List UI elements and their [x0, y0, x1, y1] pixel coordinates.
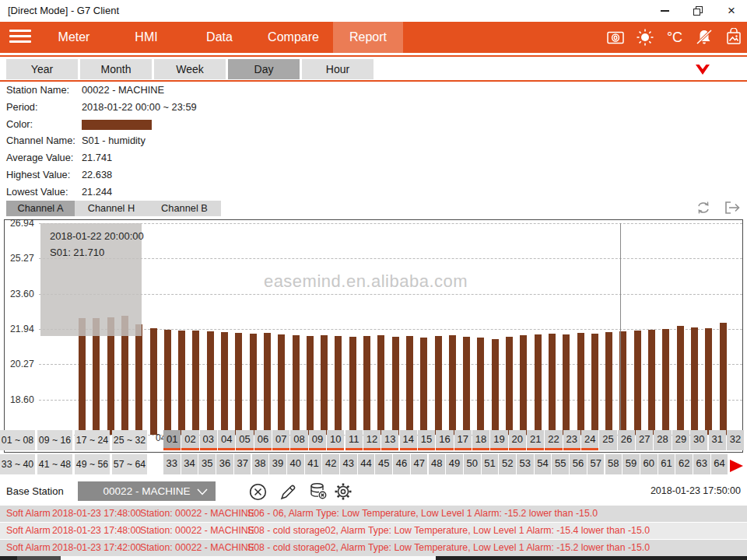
xaxis-cell-35[interactable]: 35: [198, 454, 216, 474]
xaxis-cell-46[interactable]: 46: [393, 454, 410, 474]
chart-bar-31[interactable]: [506, 337, 513, 435]
chart-bar-36[interactable]: [577, 333, 584, 435]
xaxis-cell-34[interactable]: 34: [181, 454, 198, 474]
xaxis-cell-52[interactable]: 52: [499, 454, 516, 474]
xaxis-cell-29[interactable]: 29: [672, 430, 689, 450]
range-button-09~16[interactable]: 09 ~ 16: [37, 430, 72, 450]
xaxis-cell-03[interactable]: 03: [200, 430, 217, 450]
xaxis-cell-30[interactable]: 30: [690, 430, 707, 450]
xaxis-cell-20[interactable]: 20: [509, 430, 526, 450]
chart-bar-37[interactable]: [591, 334, 598, 435]
chart-bar-30[interactable]: [492, 339, 499, 435]
xaxis-cell-42[interactable]: 42: [322, 454, 339, 474]
chart-bar-15[interactable]: [278, 334, 285, 435]
xaxis-cell-64[interactable]: 64: [711, 454, 728, 474]
xaxis-cell-31[interactable]: 31: [709, 430, 726, 450]
chart-bar-11[interactable]: [221, 332, 228, 435]
xaxis-cell-16[interactable]: 16: [436, 430, 453, 450]
chart-bar-32[interactable]: [520, 335, 527, 435]
chart-bar-16[interactable]: [293, 335, 300, 435]
station-select-dropdown[interactable]: 00022 - MACHINE: [78, 481, 216, 501]
chart-bar-22[interactable]: [377, 335, 384, 435]
xaxis-cell-22[interactable]: 22: [545, 430, 562, 450]
xaxis-cell-04[interactable]: 04: [218, 430, 235, 450]
xaxis-cell-18[interactable]: 18: [472, 430, 489, 450]
maximize-button[interactable]: [686, 0, 710, 22]
xaxis-cell-44[interactable]: 44: [358, 454, 375, 474]
xaxis-cell-53[interactable]: 53: [517, 454, 534, 474]
chart-bar-17[interactable]: [307, 336, 314, 435]
refresh-icon[interactable]: [695, 200, 712, 219]
chart-bar-40[interactable]: [634, 331, 641, 435]
xaxis-cell-12[interactable]: 12: [363, 430, 381, 450]
period-tab-month[interactable]: Month: [80, 59, 152, 79]
scrollbar-track-right[interactable]: [436, 556, 747, 560]
settings-gear-icon[interactable]: [333, 481, 353, 502]
range-button-49~56[interactable]: 49 ~ 56: [75, 454, 110, 474]
scrollbar-left-button[interactable]: [0, 556, 17, 560]
nav-item-report[interactable]: Report: [333, 22, 403, 53]
xaxis-cell-55[interactable]: 55: [552, 454, 569, 474]
chart-bar-38[interactable]: [605, 332, 612, 435]
xaxis-cell-10[interactable]: 10: [327, 430, 344, 450]
scroll-down-arrow-icon[interactable]: [695, 63, 710, 79]
xaxis-cell-21[interactable]: 21: [527, 430, 544, 450]
chart-bar-9[interactable]: [192, 331, 199, 435]
chart-bar-14[interactable]: [264, 333, 271, 435]
edit-pencil-icon[interactable]: [278, 481, 298, 502]
hamburger-menu-icon[interactable]: [9, 30, 31, 44]
xaxis-cell-51[interactable]: 51: [482, 454, 499, 474]
channel-tab-channel-h[interactable]: Channel H: [75, 201, 148, 216]
xaxis-cell-62[interactable]: 62: [675, 454, 693, 474]
xaxis-cell-49[interactable]: 49: [446, 454, 463, 474]
database-delete-icon[interactable]: [308, 481, 328, 502]
xaxis-cell-08[interactable]: 08: [290, 430, 307, 450]
xaxis-cell-38[interactable]: 38: [252, 454, 269, 474]
xaxis-cell-54[interactable]: 54: [535, 454, 552, 474]
range-button-17~24[interactable]: 17 ~ 24: [75, 430, 110, 450]
channel-tab-channel-a[interactable]: Channel A: [6, 201, 75, 216]
xaxis-cell-26[interactable]: 26: [618, 430, 635, 450]
xaxis-cell-27[interactable]: 27: [636, 430, 653, 450]
xaxis-cell-43[interactable]: 43: [340, 454, 357, 474]
alarm-mute-icon[interactable]: [689, 22, 719, 53]
xaxis-cell-47[interactable]: 47: [411, 454, 428, 474]
channel-tab-channel-b[interactable]: Channel B: [148, 201, 221, 216]
xaxis-cell-61[interactable]: 61: [658, 454, 675, 474]
close-button[interactable]: ×: [719, 0, 744, 22]
period-tab-year[interactable]: Year: [6, 59, 78, 79]
xaxis-cell-32[interactable]: 32: [727, 430, 744, 450]
chart-bar-23[interactable]: [392, 337, 399, 435]
xaxis-cell-15[interactable]: 15: [418, 430, 435, 450]
export-icon[interactable]: [724, 200, 741, 219]
range-button-25~32[interactable]: 25 ~ 32: [112, 430, 147, 450]
alarm-row-2[interactable]: Soft Alarm2018-01-23 17:48:00Station: 00…: [0, 523, 747, 539]
xaxis-cell-45[interactable]: 45: [375, 454, 392, 474]
chart-bar-8[interactable]: [178, 331, 185, 435]
scrollbar-thumb[interactable]: [61, 556, 436, 560]
xaxis-cell-02[interactable]: 02: [181, 430, 198, 450]
chart-bar-21[interactable]: [363, 336, 370, 435]
scrollbar-track-left[interactable]: [17, 556, 61, 560]
xaxis-cell-01[interactable]: 01: [163, 430, 181, 450]
xaxis-cell-14[interactable]: 14: [400, 430, 417, 450]
xaxis-cell-63[interactable]: 63: [693, 454, 710, 474]
xaxis-cell-50[interactable]: 50: [464, 454, 481, 474]
nav-item-meter[interactable]: Meter: [39, 22, 109, 53]
period-tab-hour[interactable]: Hour: [302, 59, 374, 79]
xaxis-cell-41[interactable]: 41: [305, 454, 322, 474]
xaxis-cell-58[interactable]: 58: [605, 454, 622, 474]
camera-icon[interactable]: [601, 22, 630, 53]
range-button-41~48[interactable]: 41 ~ 48: [37, 454, 72, 474]
xaxis-cell-17[interactable]: 17: [454, 430, 472, 450]
range-button-33~40[interactable]: 33 ~ 40: [0, 454, 35, 474]
snapshot-icon[interactable]: [719, 22, 747, 53]
period-tab-week[interactable]: Week: [154, 59, 226, 79]
chart-bar-6[interactable]: [150, 328, 157, 435]
xaxis-cell-06[interactable]: 06: [254, 430, 272, 450]
range-button-57~64[interactable]: 57 ~ 64: [112, 454, 147, 474]
chart-bar-25[interactable]: [420, 338, 427, 435]
xaxis-cell-28[interactable]: 28: [654, 430, 671, 450]
nav-item-data[interactable]: Data: [184, 22, 254, 53]
xaxis-cell-37[interactable]: 37: [234, 454, 251, 474]
